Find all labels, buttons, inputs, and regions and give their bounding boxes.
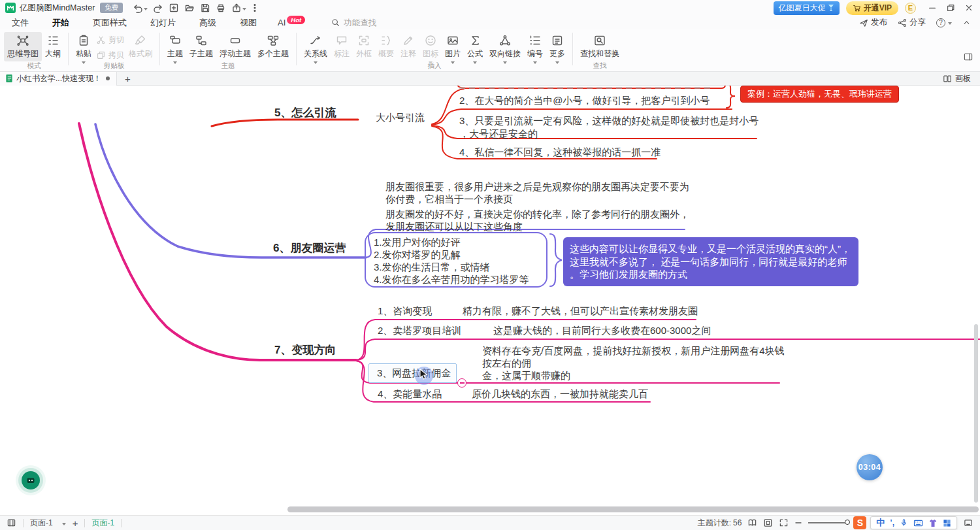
cut-button[interactable]: 剪切	[96, 35, 124, 46]
topic-5-item-3-line1[interactable]: 3、只要是引流就一定有风险，这样做的好处就是即使被封也是封小号	[459, 115, 759, 127]
publish-button[interactable]: 发布	[859, 17, 887, 28]
open-file-button[interactable]	[184, 2, 195, 14]
ime-toolbox-icon[interactable]	[943, 519, 951, 527]
share-button[interactable]: 分享	[898, 17, 926, 28]
menu-tab-home[interactable]: 开始	[41, 17, 81, 29]
help-button[interactable]: ?	[936, 18, 952, 27]
copy-button[interactable]: 拷贝	[96, 50, 124, 61]
ribbon-panel-icon[interactable]	[963, 52, 973, 62]
vertical-scrollbar-thumb[interactable]	[974, 324, 978, 503]
subtopic-button[interactable]: 子主题	[186, 32, 216, 61]
find-replace-button[interactable]: 查找和替换	[577, 32, 623, 61]
mindmap-mode-button[interactable]: 思维导图	[4, 32, 42, 61]
function-search-input[interactable]	[342, 18, 401, 28]
menu-tab-ai[interactable]: AI Hot	[269, 18, 314, 27]
horizontal-scrollbar-thumb[interactable]	[287, 506, 979, 512]
topic-5-item-4[interactable]: 4、私信一律不回复，这种被举报的话一抓一准	[459, 146, 661, 159]
ime-mode-chinese[interactable]: 中	[876, 517, 885, 529]
touch-keyboard-minimize-icon[interactable]	[963, 518, 973, 527]
summer-promo-badge[interactable]: 亿图夏日大促	[774, 1, 840, 15]
ime-keyboard-icon[interactable]	[913, 519, 923, 527]
menu-tab-slides[interactable]: 幻灯片	[139, 17, 188, 29]
topic-6-note[interactable]: 朋友圈很重要，很多用户进来之后是先观察你的朋友圈再决定要不要为 你付费，它相当于…	[385, 180, 689, 233]
topic-7-title[interactable]: 7、变现方向	[274, 342, 336, 357]
minimize-button[interactable]	[928, 3, 937, 12]
menu-tab-advanced[interactable]: 高级	[188, 17, 228, 29]
topic-7-item-3-selected[interactable]: 3、网盘拉新佣金	[368, 363, 457, 383]
sogou-ime-toolbar[interactable]: 中 ’,	[870, 516, 957, 529]
summary-button[interactable]: 概要	[375, 32, 397, 61]
page-panel-icon[interactable]	[7, 518, 16, 527]
case-callout[interactable]: 案例：运营人劲猫，无畏、珉玮讲运营	[740, 86, 899, 103]
collapse-node-button[interactable]	[457, 378, 466, 388]
topic-5-subtopic[interactable]: 大小号引流	[376, 112, 425, 124]
topic-7-item-2[interactable]: 2、卖塔罗项目培训	[378, 325, 461, 337]
sogou-ime-logo[interactable]: S	[853, 516, 866, 529]
pages-overview-icon[interactable]	[747, 518, 757, 527]
topic-7-item-2-desc[interactable]: 这是赚大钱的，目前同行大多收费在600-3000之间	[493, 325, 711, 337]
topic-6-list-box[interactable]: 1.发用户对你的好评 2.发你对塔罗的见解 3.发你的生活日常，或情绪 4.发你…	[365, 232, 547, 288]
add-page-button[interactable]: +	[73, 518, 78, 529]
zoom-slider-handle[interactable]	[845, 520, 850, 525]
export-share-button[interactable]	[231, 2, 247, 14]
topic-7-item-3-desc[interactable]: 资料存在夸克/百度网盘，提前找好拉新授权，新用户注册网盘有4块钱 按左右的佣 金…	[482, 344, 785, 382]
recording-timer-badge: 03:04	[857, 454, 883, 480]
free-badge: 免费	[100, 3, 123, 13]
topic-5-item-2[interactable]: 2、在大号的简介当中@小号，做好引导，把客户引到小号	[459, 95, 710, 107]
open-vip-button[interactable]: 开通VIP	[846, 1, 898, 15]
bidirectional-link-label: 双向链接	[489, 48, 521, 59]
new-document-tab-button[interactable]: +	[117, 73, 139, 84]
ai-assistant-floating-button[interactable]	[22, 471, 40, 489]
export-dropdown-caret[interactable]	[242, 8, 246, 10]
board-panel-button[interactable]: 画板	[934, 73, 980, 84]
page-selector-caret[interactable]	[62, 523, 66, 525]
desc-line: 金，这属于顺带赚的	[482, 369, 785, 382]
redo-button[interactable]	[152, 2, 164, 14]
menu-tab-page-style[interactable]: 页面样式	[81, 17, 139, 29]
maximize-button[interactable]	[946, 3, 955, 12]
fit-selection-icon[interactable]	[763, 518, 773, 527]
multiple-topics-button[interactable]: 多个主题	[254, 32, 292, 61]
mindmap-canvas[interactable]: 5、怎么引流 大小号引流 2、在大号的简介当中@小号，做好引导，把客户引到小号 …	[0, 86, 980, 515]
outline-mode-button[interactable]: 大纲	[42, 32, 64, 61]
topic-6-comment-box[interactable]: 这些内容可以让你显得又专业，又是一个活灵活现的真实的“人”，这里我就不多说了， …	[563, 237, 858, 286]
collapse-ribbon-chevron[interactable]	[962, 18, 971, 27]
help-dropdown-caret[interactable]	[948, 22, 952, 25]
app-logo-icon	[5, 3, 16, 13]
ime-punctuation[interactable]: ’,	[890, 518, 894, 527]
callout-button[interactable]: 标注	[331, 32, 353, 61]
comment-button[interactable]: 注释	[397, 32, 419, 61]
topic-7-item-4[interactable]: 4、卖能量水晶	[378, 388, 442, 401]
more-insert-label: 更多	[549, 48, 565, 59]
zoom-slider[interactable]	[808, 522, 847, 523]
topic-7-item-1[interactable]: 1、咨询变现	[378, 305, 432, 318]
document-tab[interactable]: 小红书玄学...快速变现！	[0, 72, 117, 86]
zoom-out-icon[interactable]	[794, 519, 802, 527]
robot-icon	[26, 476, 35, 484]
undo-dropdown-caret[interactable]	[144, 8, 148, 10]
page-selector[interactable]: 页面-1	[30, 518, 66, 529]
floating-topic-button[interactable]: 浮动主题	[216, 32, 254, 61]
quickbar-more-icon[interactable]	[251, 3, 259, 13]
ime-mic-icon[interactable]	[900, 518, 908, 527]
close-button[interactable]	[964, 3, 973, 12]
topic-6-title[interactable]: 6、朋友圈运营	[273, 240, 346, 256]
topic-5-item-3-line2[interactable]: ，大号还是安全的	[459, 128, 538, 141]
ime-skin-icon[interactable]	[928, 519, 938, 527]
topic-icon	[169, 34, 182, 47]
topic-7-item-1-desc[interactable]: 精力有限，赚不了大钱，但可以产出宣传素材发朋友圈	[463, 305, 698, 318]
topic-5-title[interactable]: 5、怎么引流	[274, 105, 336, 120]
menu-tab-view[interactable]: 视图	[228, 17, 269, 29]
undo-button[interactable]	[132, 2, 148, 14]
save-button[interactable]	[199, 2, 211, 14]
topic-7-item-4-desc[interactable]: 原价几块钱的东西，一被加持就能卖几百	[472, 388, 648, 401]
statusbar-divider	[121, 519, 122, 527]
menu-tab-file[interactable]: 文件	[0, 17, 41, 29]
new-file-button[interactable]	[168, 2, 180, 14]
boundary-button[interactable]: 外框	[353, 32, 375, 61]
user-avatar[interactable]: E	[905, 3, 916, 14]
fullscreen-icon[interactable]	[779, 518, 789, 527]
print-button[interactable]	[215, 2, 227, 14]
format-painter-button[interactable]: 格式刷	[125, 32, 155, 61]
page-tab-active[interactable]: 页面-1	[91, 518, 114, 529]
